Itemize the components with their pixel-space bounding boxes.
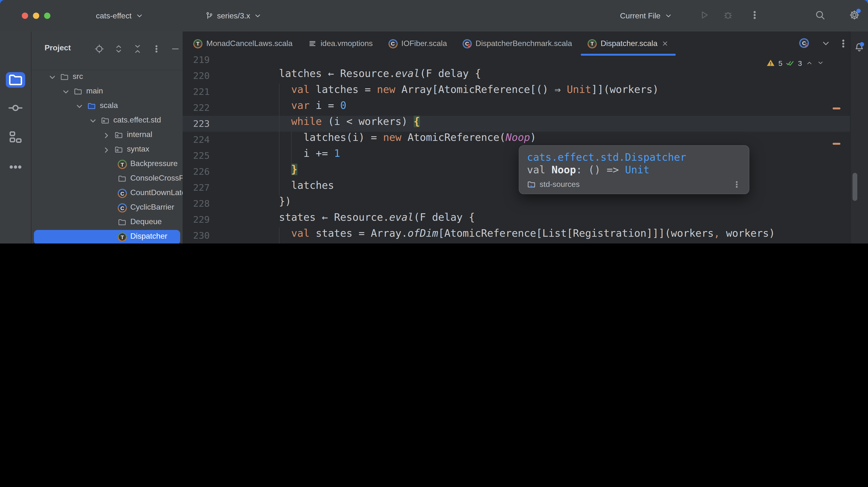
folder-sources-icon: [87, 102, 96, 110]
line-number-219[interactable]: 219: [183, 56, 210, 68]
commit-tool-icon[interactable]: [6, 100, 25, 116]
doc-symbol-link[interactable]: cats.effect.std.Dispatcher: [527, 152, 741, 163]
previous-problem-icon[interactable]: [805, 59, 813, 67]
tab-idea.vmoptions[interactable]: idea.vmoptions: [300, 31, 380, 56]
project-widget[interactable]: cats-effect: [92, 9, 148, 23]
code-line-221[interactable]: val latches = new Array[AtomicReference[…: [242, 84, 659, 100]
code-line-226[interactable]: }: [242, 164, 298, 180]
tree-item-label: scala: [100, 101, 118, 110]
code-line-229[interactable]: states ← Resource.eval(F delay {: [242, 212, 475, 228]
structure-tool-icon[interactable]: [6, 129, 25, 145]
line-number-229[interactable]: 229: [183, 212, 210, 228]
collapse-all-icon[interactable]: [133, 44, 143, 54]
code-line-228[interactable]: }): [242, 196, 291, 212]
debug-icon[interactable]: [723, 10, 733, 20]
error-stripe-mark[interactable]: [833, 107, 840, 109]
settings-gear-icon[interactable]: [849, 10, 860, 20]
chevron-right-icon[interactable]: [102, 145, 112, 155]
notification-dot: [860, 42, 864, 46]
class-icon: C: [118, 189, 127, 198]
tree-item-cats.effect.std[interactable]: cats.effect.std: [31, 114, 183, 128]
tree-item-label: Backpressure: [130, 159, 178, 168]
tree-item-Dequeue[interactable]: Dequeue: [31, 216, 183, 230]
project-panel-title: Project: [44, 43, 71, 52]
tree-item-label: CountDownLatch: [130, 188, 183, 197]
more-actions-icon[interactable]: [749, 10, 760, 20]
minimize-window-button[interactable]: [33, 12, 39, 19]
code-line-224[interactable]: latches(i) = new AtomicReference(Noop): [242, 132, 536, 148]
tab-Dispatcher.scala[interactable]: TDispatcher.scala: [580, 31, 677, 56]
tab-DispatcherBenchmark.scala[interactable]: CDispatcherBenchmark.scala: [455, 31, 580, 56]
git-branch-icon: [205, 11, 214, 20]
line-number-226[interactable]: 226: [183, 164, 210, 180]
run-configuration-selector[interactable]: Current File: [616, 9, 676, 23]
locate-file-icon[interactable]: [94, 44, 104, 54]
doc-module-row: std-sources: [527, 180, 741, 189]
chevron-down-icon[interactable]: [88, 116, 98, 126]
run-icon[interactable]: [699, 10, 710, 20]
code-line-225[interactable]: i += 1: [242, 148, 340, 164]
branch-widget-label: series/3.x: [217, 11, 250, 20]
warning-count: 5: [778, 59, 782, 67]
editor-scrollbar-thumb[interactable]: [852, 173, 857, 201]
class-icon: C: [388, 39, 397, 48]
line-number-222[interactable]: 222: [183, 100, 210, 116]
tab-list-chevron-icon[interactable]: [820, 38, 831, 49]
doc-options-kebab-icon[interactable]: [733, 180, 741, 189]
close-window-button[interactable]: [22, 12, 28, 19]
error-stripe-mark[interactable]: [833, 143, 840, 145]
scala-file-icon: C: [799, 38, 810, 49]
expand-all-icon[interactable]: [114, 44, 124, 54]
tree-item-Backpressure[interactable]: TBackpressure: [31, 157, 183, 172]
line-number-223[interactable]: 223: [183, 116, 210, 132]
tree-item-scala[interactable]: scala: [31, 99, 183, 114]
tree-item-internal[interactable]: internal: [31, 128, 183, 143]
line-number-220[interactable]: 220: [183, 68, 210, 84]
more-tools-icon[interactable]: [6, 159, 25, 175]
line-number-225[interactable]: 225: [183, 148, 210, 164]
tree-item-Dispatcher[interactable]: TDispatcher: [31, 230, 183, 244]
chevron-down-icon[interactable]: [48, 73, 57, 82]
line-number-224[interactable]: 224: [183, 132, 210, 148]
tree-item-main[interactable]: main: [31, 85, 183, 99]
close-tab-icon[interactable]: [661, 40, 669, 47]
line-number-221[interactable]: 221: [183, 84, 210, 100]
code-editor[interactable]: latches ← Resource.eval(F delay { val la…: [183, 56, 850, 244]
hide-panel-icon[interactable]: [170, 44, 180, 54]
tree-item-label: src: [73, 72, 83, 81]
tab-options-kebab-icon[interactable]: [838, 38, 848, 49]
code-line-222[interactable]: var i = 0: [242, 100, 346, 116]
tree-item-CyclicBarrier[interactable]: CCyclicBarrier: [31, 201, 183, 216]
tree-item-src[interactable]: src: [31, 70, 183, 85]
activity-bar: [0, 31, 31, 244]
branch-widget[interactable]: series/3.x: [201, 9, 266, 23]
tab-IOFiber.scala[interactable]: CIOFiber.scala: [380, 31, 455, 56]
code-line-230[interactable]: val states = Array.ofDim[AtomicReference…: [242, 228, 775, 244]
tab-MonadCancelLaws.scala[interactable]: TMonadCancelLaws.scala: [186, 31, 300, 56]
chevron-right-icon[interactable]: [102, 131, 112, 140]
next-problem-icon[interactable]: [816, 59, 824, 67]
warning-icon: [766, 59, 775, 67]
line-number-227[interactable]: 227: [183, 180, 210, 196]
panel-options-icon[interactable]: [152, 44, 161, 54]
quick-doc-popup: cats.effect.std.Dispatcher val Noop: () …: [519, 145, 749, 194]
chevron-down-icon[interactable]: [61, 87, 71, 97]
maximize-window-button[interactable]: [44, 12, 51, 19]
line-number-230[interactable]: 230: [183, 228, 210, 244]
editor-tab-bar: TMonadCancelLaws.scalaidea.vmoptionsCIOF…: [183, 31, 854, 56]
notifications-bell-icon[interactable]: [854, 42, 865, 53]
tree-item-syntax[interactable]: syntax: [31, 143, 183, 157]
search-everywhere-icon[interactable]: [815, 10, 826, 20]
project-tool-icon[interactable]: [6, 72, 25, 88]
tree-item-CountDownLatch[interactable]: CCountDownLatch: [31, 186, 183, 201]
tree-item-ConsoleCrossPlatform[interactable]: ConsoleCrossPlatform: [31, 172, 183, 186]
code-line-227[interactable]: latches: [242, 180, 334, 196]
code-line-220[interactable]: latches ← Resource.eval(F delay {: [242, 68, 481, 84]
right-strip: [850, 31, 868, 244]
tab-label: idea.vmoptions: [321, 39, 373, 48]
doc-signature: val Noop: () => Unit: [527, 164, 741, 176]
chevron-down-icon[interactable]: [74, 102, 84, 111]
inspections-widget[interactable]: 5 3: [766, 59, 824, 67]
line-number-228[interactable]: 228: [183, 196, 210, 212]
code-line-223[interactable]: while (i < workers) {: [242, 116, 420, 132]
